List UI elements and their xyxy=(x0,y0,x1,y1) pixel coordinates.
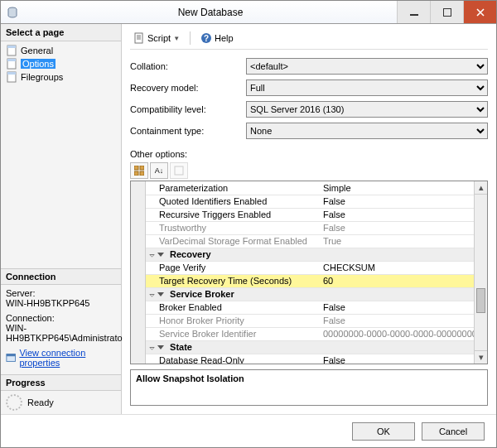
svg-rect-10 xyxy=(7,354,16,357)
compatibility-level-select[interactable]: SQL Server 2016 (130) xyxy=(246,101,488,118)
page-label: Options xyxy=(21,59,55,69)
connection-header: Connection xyxy=(1,268,121,285)
property-row[interactable]: Broker EnabledFalse xyxy=(146,301,487,314)
property-row[interactable]: ParameterizationSimple xyxy=(146,181,487,195)
property-description: Allow Snapshot Isolation xyxy=(130,369,488,406)
property-row[interactable]: VarDecimal Storage Format EnabledTrue xyxy=(146,234,487,248)
page-options[interactable]: Options xyxy=(4,57,118,70)
recovery-model-select[interactable]: Full xyxy=(246,79,488,96)
svg-rect-11 xyxy=(135,33,142,43)
close-button[interactable] xyxy=(463,1,496,23)
property-row[interactable]: Quoted Identifiers EnabledFalse xyxy=(146,195,487,208)
progress-header: Progress xyxy=(1,374,121,391)
toolbar-separator xyxy=(190,31,191,45)
other-options-label: Other options: xyxy=(130,149,488,159)
svg-rect-14 xyxy=(134,166,138,170)
ok-button[interactable]: OK xyxy=(352,422,415,441)
recovery-model-label: Recovery model: xyxy=(130,83,246,93)
svg-rect-15 xyxy=(140,166,144,170)
server-label: Server: xyxy=(6,288,116,298)
scroll-track[interactable] xyxy=(475,195,487,350)
page-icon xyxy=(6,45,17,56)
properties-icon xyxy=(6,352,16,364)
cancel-button[interactable]: Cancel xyxy=(422,422,485,441)
page-icon xyxy=(6,71,17,83)
scroll-thumb[interactable] xyxy=(476,288,485,313)
svg-text:?: ? xyxy=(204,34,209,43)
page-list: General Options Filegroups xyxy=(1,41,121,86)
property-row[interactable]: TrustworthyFalse xyxy=(146,221,487,234)
database-icon xyxy=(6,6,19,19)
page-general[interactable]: General xyxy=(4,44,118,57)
property-grid: ParameterizationSimpleQuoted Identifiers… xyxy=(130,181,488,364)
property-grid-gutter xyxy=(131,181,146,364)
progress-spinner-icon xyxy=(6,394,22,411)
script-icon xyxy=(133,32,145,44)
alphabetical-view-button[interactable]: A↓ xyxy=(150,162,168,179)
categorized-view-button[interactable] xyxy=(130,162,148,179)
property-row[interactable]: Recursive Triggers EnabledFalse xyxy=(146,208,487,221)
right-pane: Script ▼ ? Help Collation: <default> Rec… xyxy=(122,24,496,414)
help-button[interactable]: ? Help xyxy=(197,31,237,46)
compatibility-level-label: Compatibility level: xyxy=(130,104,246,114)
script-label: Script xyxy=(147,33,171,43)
svg-rect-17 xyxy=(140,171,144,176)
help-label: Help xyxy=(215,33,234,43)
minimize-button[interactable] xyxy=(397,1,430,23)
connection-section: Connection Server: WIN-HH9BTKPP645 Conne… xyxy=(1,265,121,371)
left-pane: Select a page General Options Filegroups… xyxy=(1,24,122,414)
property-row[interactable]: Target Recovery Time (Seconds)60 xyxy=(146,274,487,287)
scroll-down-arrow[interactable]: ▾ xyxy=(475,350,487,364)
page-label: Filegroups xyxy=(21,72,63,82)
window-title: New Database xyxy=(24,7,397,18)
property-row[interactable]: Service Broker Identifier00000000-0000-0… xyxy=(146,327,487,340)
scroll-up-arrow[interactable]: ▴ xyxy=(475,181,487,195)
help-icon: ? xyxy=(200,32,212,44)
svg-rect-4 xyxy=(7,46,16,48)
svg-rect-18 xyxy=(175,166,183,175)
chevron-down-icon: ▼ xyxy=(173,35,180,42)
progress-status: Ready xyxy=(27,397,54,407)
collation-select[interactable]: <default> xyxy=(246,58,488,75)
svg-rect-2 xyxy=(443,8,451,16)
property-section[interactable]: Recovery xyxy=(146,248,487,261)
svg-rect-1 xyxy=(410,14,418,16)
page-filegroups[interactable]: Filegroups xyxy=(4,70,118,84)
property-section[interactable]: State xyxy=(146,340,487,354)
connection-label: Connection: xyxy=(6,313,116,323)
dialog-buttons: OK Cancel xyxy=(1,414,496,447)
vertical-scrollbar[interactable]: ▴ ▾ xyxy=(474,181,487,364)
containment-type-label: Containment type: xyxy=(130,126,246,136)
page-label: General xyxy=(21,46,53,55)
toolbar: Script ▼ ? Help xyxy=(130,31,488,50)
page-icon xyxy=(6,58,17,70)
property-row[interactable]: Page VerifyCHECKSUM xyxy=(146,261,487,274)
title-bar: New Database xyxy=(1,1,496,24)
progress-section: Progress Ready xyxy=(1,371,121,414)
property-row[interactable]: Honor Broker PriorityFalse xyxy=(146,314,487,327)
property-grid-toolbar: A↓ xyxy=(130,162,488,179)
server-value: WIN-HH9BTKPP645 xyxy=(6,298,116,308)
containment-type-select[interactable]: None xyxy=(246,123,488,139)
property-section[interactable]: Service Broker xyxy=(146,287,487,301)
collation-label: Collation: xyxy=(130,61,246,71)
connection-value: WIN-HH9BTKPP645\Administrato xyxy=(6,323,116,343)
property-row[interactable]: Database Read-OnlyFalse xyxy=(146,354,487,364)
view-connection-properties-link[interactable]: View connection properties xyxy=(19,348,116,368)
maximize-button[interactable] xyxy=(430,1,463,23)
property-pages-button xyxy=(170,162,188,179)
svg-rect-8 xyxy=(7,72,16,75)
svg-rect-6 xyxy=(7,59,16,61)
property-grid-body[interactable]: ParameterizationSimpleQuoted Identifiers… xyxy=(146,181,487,364)
select-page-header: Select a page xyxy=(1,24,121,41)
script-button[interactable]: Script ▼ xyxy=(130,31,183,46)
svg-rect-16 xyxy=(134,171,138,176)
